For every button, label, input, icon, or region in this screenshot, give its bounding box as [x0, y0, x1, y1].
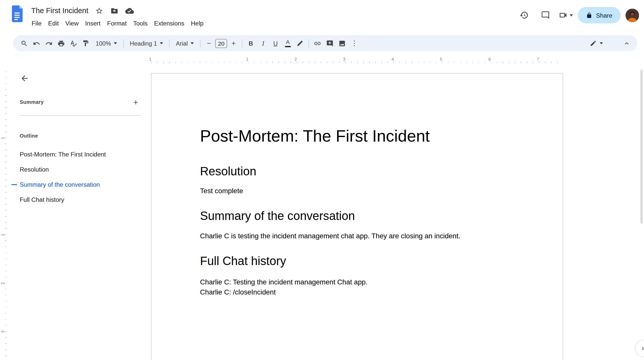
vertical-ruler[interactable]: 1 1 2 3 4	[0, 67, 7, 360]
menu-tools[interactable]: Tools	[130, 18, 151, 28]
ruler-label: 5	[440, 57, 442, 61]
comments-icon[interactable]	[537, 7, 553, 23]
text-color-swatch	[285, 46, 291, 47]
doc-paragraph[interactable]: Test complete	[200, 187, 243, 195]
doc-heading-resolution[interactable]: Resolution	[200, 165, 256, 178]
show-side-panel-button[interactable]: «	[635, 340, 644, 357]
paint-format-icon[interactable]	[80, 37, 92, 49]
doc-title-row: The First Incident	[31, 5, 134, 16]
menu-file[interactable]: File	[28, 18, 45, 28]
insert-image-icon[interactable]	[336, 37, 348, 49]
font-value: Arial	[176, 40, 188, 47]
italic-button[interactable]: I	[257, 37, 269, 49]
doc-heading-title[interactable]: Post-Mortem: The First Incident	[200, 127, 430, 145]
hide-menus-icon[interactable]	[621, 37, 632, 49]
doc-heading-summary[interactable]: Summary of the conversation	[200, 209, 355, 223]
ruler-label: 1	[1, 232, 5, 238]
add-comment-icon[interactable]	[324, 37, 336, 49]
font-select[interactable]: Arial	[172, 37, 198, 49]
chevron-down-icon	[114, 42, 117, 44]
active-indicator	[12, 184, 17, 185]
more-options-button[interactable]: ⋮	[348, 37, 360, 49]
increase-font-size-button[interactable]: +	[228, 37, 240, 49]
outline-item[interactable]: Post-Mortem: The First Incident	[0, 146, 146, 161]
add-summary-icon[interactable]	[131, 97, 140, 107]
back-button[interactable]	[18, 72, 31, 85]
doc-paragraph[interactable]: Charlie C is testing the incident manage…	[200, 232, 460, 241]
text-color-button[interactable]: A	[282, 37, 294, 49]
menu-bar: File Edit View Insert Format Tools Exten…	[28, 18, 207, 28]
outline-item[interactable]: Resolution	[0, 162, 146, 177]
decrease-font-size-button[interactable]: −	[203, 37, 215, 49]
ruler-label: 3	[343, 57, 345, 61]
document-outline: Post-Mortem: The First Incident Resoluti…	[0, 146, 146, 207]
vertical-scrollbar[interactable]	[640, 70, 643, 224]
share-button[interactable]: Share	[578, 7, 621, 23]
star-icon[interactable]	[95, 6, 104, 15]
ruler-label: 6	[488, 57, 491, 61]
ruler-label: 4	[392, 57, 394, 61]
version-history-icon[interactable]	[516, 7, 532, 23]
toolbar-divider	[123, 39, 124, 48]
font-size-input[interactable]: 20	[215, 39, 227, 48]
chat-line: Charlie C: Testing the incident manageme…	[200, 277, 367, 287]
menu-format[interactable]: Format	[104, 18, 130, 28]
menu-view[interactable]: View	[62, 18, 82, 28]
zoom-value: 100%	[96, 40, 111, 47]
google-docs-app: The First Incident File Edit View Insert…	[0, 0, 644, 360]
toolbar-divider	[200, 39, 201, 48]
horizontal-ruler[interactable]: 1 1 2 3 4 5 6 7	[0, 56, 644, 66]
sidebar-divider	[20, 115, 140, 116]
ruler-label: 3	[1, 329, 5, 335]
join-call-button[interactable]	[559, 11, 573, 20]
bold-button[interactable]: B	[245, 37, 257, 49]
chevron-down-icon	[600, 42, 603, 44]
ruler-label: 2	[1, 280, 5, 286]
ruler-ticks	[5, 71, 7, 360]
paragraph-style-select[interactable]: Heading 1	[126, 37, 167, 49]
ruler-ticks	[151, 61, 563, 63]
insert-link-icon[interactable]	[311, 37, 323, 49]
chevron-down-icon	[570, 14, 573, 16]
menu-insert[interactable]: Insert	[82, 18, 104, 28]
spellcheck-icon[interactable]	[67, 37, 79, 49]
share-label: Share	[596, 12, 612, 19]
underline-button[interactable]: U	[270, 37, 281, 49]
style-value: Heading 1	[130, 40, 157, 47]
ruler-label: 2	[295, 57, 297, 61]
move-folder-icon[interactable]	[110, 6, 119, 15]
chevron-down-icon	[191, 42, 194, 44]
undo-icon[interactable]	[31, 37, 42, 49]
outline-label: Outline	[20, 133, 38, 139]
doc-paragraph[interactable]: Charlie C: Testing the incident manageme…	[200, 277, 367, 297]
zoom-select[interactable]: 100%	[92, 37, 121, 49]
ruler-label: 1	[1, 135, 5, 141]
toolbar-divider	[169, 39, 170, 48]
toolbar-divider	[309, 39, 309, 48]
format-toolbar: 100% Heading 1 Arial − 20 + B I U A	[13, 35, 637, 51]
lock-icon	[586, 12, 592, 18]
print-icon[interactable]	[55, 37, 67, 49]
menu-help[interactable]: Help	[188, 18, 207, 28]
chevron-down-icon	[160, 42, 163, 44]
editing-mode-select[interactable]	[586, 37, 606, 49]
menu-edit[interactable]: Edit	[45, 18, 62, 28]
summary-section: Summary	[20, 97, 140, 107]
menu-extensions[interactable]: Extensions	[151, 18, 188, 28]
outline-item-active[interactable]: Summary of the conversation	[0, 177, 146, 192]
doc-title[interactable]: The First Incident	[31, 6, 89, 15]
redo-icon[interactable]	[43, 37, 54, 49]
cloud-status-icon[interactable]	[125, 6, 134, 15]
avatar[interactable]	[626, 8, 639, 22]
highlight-color-icon[interactable]	[294, 37, 306, 49]
summary-label: Summary	[20, 99, 44, 105]
docs-logo-icon[interactable]	[11, 5, 23, 22]
top-right-actions: Share	[516, 7, 639, 23]
chat-line: Charlie C: /closeIncident	[200, 287, 367, 298]
ruler-label: 1	[246, 57, 248, 61]
search-menus-icon[interactable]	[18, 37, 30, 49]
doc-heading-chat-history[interactable]: Full Chat history	[200, 254, 286, 268]
ruler-label: 7	[537, 57, 539, 61]
document-page[interactable]: Post-Mortem: The First Incident Resoluti…	[151, 73, 563, 360]
outline-item[interactable]: Full Chat history	[0, 192, 146, 207]
